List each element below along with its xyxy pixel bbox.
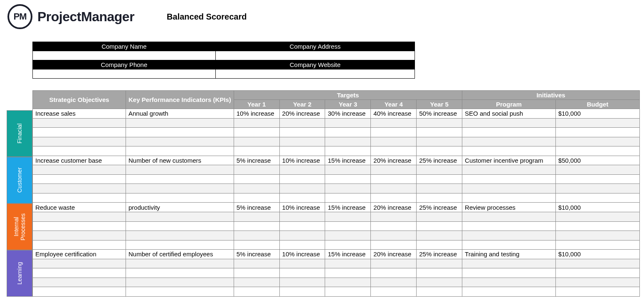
cell-program[interactable] [462, 278, 556, 287]
cell-objective[interactable] [33, 128, 126, 137]
cell-year1[interactable] [234, 146, 279, 156]
cell-year2[interactable]: 10% increase [279, 203, 325, 212]
cell-year4[interactable]: 20% increase [371, 203, 417, 212]
cell-year1[interactable] [234, 165, 279, 175]
cell-objective[interactable] [33, 193, 126, 203]
cell-year1[interactable]: 10% increase [234, 109, 279, 119]
cell-year2[interactable] [279, 259, 325, 268]
cell-kpi[interactable] [126, 240, 234, 250]
cell-kpi[interactable] [126, 118, 234, 128]
cell-year3[interactable] [325, 231, 371, 241]
cell-kpi[interactable]: Number of certified employees [126, 250, 234, 259]
cell-year4[interactable] [371, 137, 417, 146]
cell-year2[interactable] [279, 128, 325, 137]
cell-year2[interactable] [279, 146, 325, 156]
cell-year1[interactable] [234, 137, 279, 146]
cell-objective[interactable]: Increase sales [33, 109, 126, 119]
cell-year1[interactable] [234, 174, 279, 184]
cell-year3[interactable] [325, 128, 371, 137]
cell-year1[interactable] [234, 221, 279, 231]
cell-year5[interactable] [417, 165, 462, 175]
cell-budget[interactable] [555, 278, 639, 287]
cell-year4[interactable] [371, 240, 417, 250]
cell-kpi[interactable] [126, 184, 234, 193]
cell-kpi[interactable] [126, 165, 234, 175]
cell-program[interactable] [462, 174, 556, 184]
cell-kpi[interactable] [126, 268, 234, 278]
cell-kpi[interactable] [126, 174, 234, 184]
cell-year5[interactable] [417, 128, 462, 137]
cell-kpi[interactable] [126, 212, 234, 222]
cell-program[interactable] [462, 240, 556, 250]
cell-objective[interactable] [33, 231, 126, 241]
cell-year2[interactable] [279, 165, 325, 175]
cell-year5[interactable] [417, 146, 462, 156]
cell-budget[interactable] [555, 287, 639, 297]
cell-budget[interactable]: $10,000 [555, 250, 639, 259]
cell-year4[interactable] [371, 165, 417, 175]
cell-year3[interactable] [325, 221, 371, 231]
cell-year5[interactable]: 50% increase [417, 109, 462, 119]
cell-objective[interactable] [33, 146, 126, 156]
cell-year1[interactable]: 5% increase [234, 156, 279, 165]
cell-program[interactable] [462, 231, 556, 241]
cell-objective[interactable]: Employee certification [33, 250, 126, 259]
cell-program[interactable] [462, 128, 556, 137]
cell-year3[interactable] [325, 212, 371, 222]
cell-objective[interactable] [33, 268, 126, 278]
cell-budget[interactable] [555, 212, 639, 222]
cell-year2[interactable]: 10% increase [279, 250, 325, 259]
cell-program[interactable] [462, 118, 556, 128]
cell-year4[interactable] [371, 146, 417, 156]
cell-objective[interactable] [33, 212, 126, 222]
cell-year5[interactable] [417, 193, 462, 203]
cell-year5[interactable] [417, 268, 462, 278]
cell-year4[interactable]: 20% increase [371, 250, 417, 259]
cell-year3[interactable] [325, 118, 371, 128]
cell-year1[interactable] [234, 287, 279, 297]
cell-year5[interactable] [417, 137, 462, 146]
cell-budget[interactable] [555, 165, 639, 175]
cell-year1[interactable] [234, 259, 279, 268]
cell-year4[interactable] [371, 174, 417, 184]
cell-year3[interactable]: 30% increase [325, 109, 371, 119]
cell-program[interactable]: Training and testing [462, 250, 556, 259]
cell-program[interactable]: Review processes [462, 203, 556, 212]
cell-budget[interactable] [555, 128, 639, 137]
cell-year2[interactable] [279, 278, 325, 287]
cell-program[interactable] [462, 137, 556, 146]
cell-objective[interactable]: Increase customer base [33, 156, 126, 165]
cell-year2[interactable] [279, 287, 325, 297]
cell-year3[interactable] [325, 137, 371, 146]
cell-year3[interactable]: 15% increase [325, 250, 371, 259]
cell-budget[interactable] [555, 184, 639, 193]
cell-budget[interactable] [555, 137, 639, 146]
cell-budget[interactable] [555, 268, 639, 278]
cell-budget[interactable] [555, 174, 639, 184]
cell-year5[interactable] [417, 221, 462, 231]
cell-budget[interactable] [555, 231, 639, 241]
cell-year5[interactable] [417, 184, 462, 193]
cell-budget[interactable]: $50,000 [555, 156, 639, 165]
cell-year5[interactable] [417, 118, 462, 128]
company-phone-value[interactable] [33, 69, 216, 79]
cell-year5[interactable]: 25% increase [417, 156, 462, 165]
cell-year3[interactable] [325, 193, 371, 203]
cell-year3[interactable] [325, 268, 371, 278]
cell-program[interactable] [462, 268, 556, 278]
cell-objective[interactable] [33, 287, 126, 297]
cell-year1[interactable] [234, 240, 279, 250]
cell-year2[interactable] [279, 231, 325, 241]
cell-kpi[interactable] [126, 193, 234, 203]
cell-year3[interactable] [325, 259, 371, 268]
cell-kpi[interactable] [126, 137, 234, 146]
cell-program[interactable] [462, 165, 556, 175]
cell-year1[interactable] [234, 212, 279, 222]
cell-year2[interactable] [279, 118, 325, 128]
cell-objective[interactable] [33, 174, 126, 184]
company-website-value[interactable] [215, 69, 415, 79]
cell-year2[interactable] [279, 240, 325, 250]
cell-year1[interactable] [234, 278, 279, 287]
cell-year2[interactable] [279, 212, 325, 222]
cell-budget[interactable] [555, 240, 639, 250]
